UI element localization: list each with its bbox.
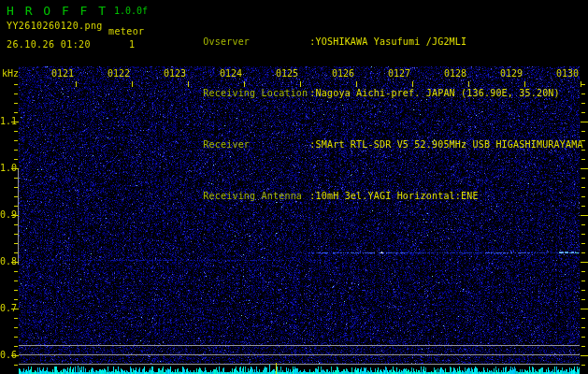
app-title: H R O F F T [7, 4, 108, 18]
info-row-receiver: Receiver:SMArt RTL-SDR V5 52.905MHz USB … [168, 129, 583, 160]
info-label: Receiving Location [203, 88, 309, 98]
y-axis-unit-label: kHz [2, 68, 19, 79]
info-row-antenna: Receiving Antenna:10mH 3el.YAGI Horizont… [168, 180, 583, 211]
x-tick-label: 0129 [497, 68, 525, 79]
datetime-label: 26.10.26 01:20 [7, 39, 91, 50]
info-label: Receiving Antenna [203, 191, 309, 201]
info-label: Receiver [203, 139, 309, 150]
y-tick-label: 0.8 [0, 256, 16, 266]
output-filename: YY2610260120.png [7, 21, 103, 31]
info-value: :SMArt RTL-SDR V5 52.905MHz USB HIGASHIM… [309, 139, 582, 150]
x-tick-label: 0128 [441, 68, 469, 79]
x-tick-label: 0122 [105, 68, 133, 79]
hrofft-screen: H R O F F T 1.0.0f YY2610260120.png mete… [0, 0, 588, 374]
x-tick-label: 0124 [217, 68, 245, 79]
y-tick-label: 1.0 [0, 163, 16, 173]
y-tick-label: 1.1 [0, 116, 16, 126]
y-tick-label: 0.9 [0, 209, 16, 220]
x-tick-label: 0126 [329, 68, 357, 79]
info-row-observer: Ovserver:YOSHIKAWA Yasufumi /JG2MLI [168, 26, 583, 57]
y-tick-label: 0.6 [0, 350, 16, 360]
info-row-location: Receiving Location:Nagoya Aichi-pref. JA… [168, 78, 583, 108]
app-version: 1.0.0f [114, 6, 148, 16]
x-tick-label: 0121 [49, 68, 77, 79]
info-value: :YOSHIKAWA Yasufumi /JG2MLI [309, 36, 466, 47]
x-tick-label: 0130 [553, 68, 581, 79]
info-value: :Nagoya Aichi-pref. JAPAN (136.90E, 35.2… [309, 88, 559, 98]
mode-label: meteor [108, 26, 145, 36]
info-value: :10mH 3el.YAGI Horizontal:ENE [309, 191, 478, 201]
y-tick-label: 0.7 [0, 303, 16, 313]
x-tick-label: 0125 [273, 68, 301, 79]
info-label: Ovserver [203, 36, 309, 47]
station-info: Ovserver:YOSHIKAWA Yasufumi /JG2MLI Rece… [168, 6, 583, 232]
x-tick-label: 0123 [161, 68, 189, 79]
x-tick-label: 0127 [385, 68, 413, 79]
meteor-count: 1 [129, 39, 135, 50]
